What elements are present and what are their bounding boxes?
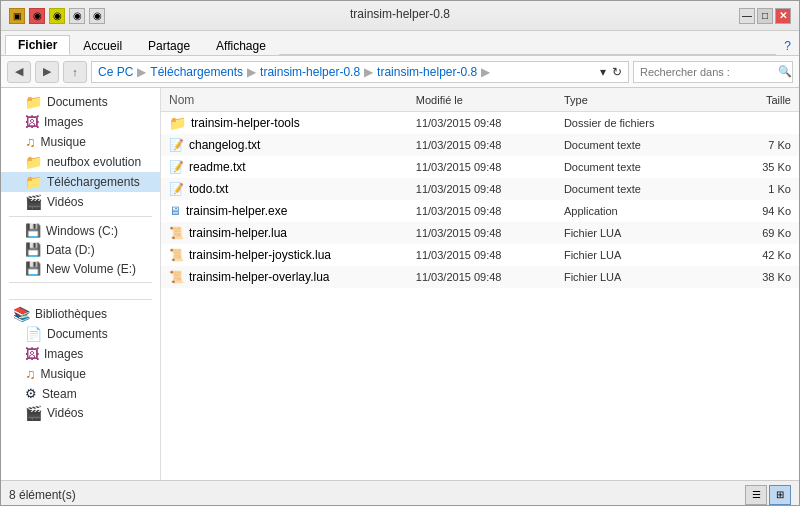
main-area: 📁 Documents 🖼 Images ♫ Musique 📁 neufbox…: [1, 88, 799, 480]
up-button[interactable]: ↑: [63, 61, 87, 83]
file-modified: 11/03/2015 09:48: [416, 205, 564, 217]
tab-fichier[interactable]: Fichier: [5, 35, 70, 55]
sidebar-divider-3: [9, 299, 152, 300]
minimize-button[interactable]: —: [739, 8, 755, 24]
file-icon: 🖥: [169, 204, 181, 218]
breadcrumb-folder2[interactable]: trainsim-helper-0.8: [377, 65, 477, 79]
breadcrumb-folder1[interactable]: trainsim-helper-0.8: [260, 65, 360, 79]
sidebar-item-label: Musique: [41, 367, 86, 381]
music-icon: ♫: [25, 134, 36, 150]
sidebar-item-lib-documents[interactable]: 📄 Documents: [1, 324, 160, 344]
table-row[interactable]: 📝 todo.txt 11/03/2015 09:48 Document tex…: [161, 178, 799, 200]
title-bar: ▣ ◉ ◉ ◉ ◉ trainsim-helper-0.8 — □ ✕: [1, 1, 799, 31]
sidebar-item-musique[interactable]: ♫ Musique: [1, 132, 160, 152]
file-icon: 📝: [169, 160, 184, 174]
table-row[interactable]: 📜 trainsim-helper-joystick.lua 11/03/201…: [161, 244, 799, 266]
sidebar-item-label: Images: [44, 347, 83, 361]
table-row[interactable]: 📁 trainsim-helper-tools 11/03/2015 09:48…: [161, 112, 799, 134]
col-header-size[interactable]: Taille: [712, 94, 791, 106]
quick-access-1[interactable]: ◉: [29, 8, 45, 24]
window-title: trainsim-helper-0.8: [350, 7, 450, 21]
sidebar-item-data-d[interactable]: 💾 Data (D:): [1, 240, 160, 259]
quick-access-3[interactable]: ◉: [69, 8, 85, 24]
sidebar-item-label: Vidéos: [47, 195, 83, 209]
col-header-modified[interactable]: Modifié le: [416, 94, 564, 106]
file-type: Document texte: [564, 183, 712, 195]
title-bar-left: ▣ ◉ ◉ ◉ ◉: [9, 8, 105, 24]
file-name: todo.txt: [189, 182, 228, 196]
ribbon-tabs: Fichier Accueil Partage Affichage ?: [1, 31, 799, 55]
col-header-type[interactable]: Type: [564, 94, 712, 106]
file-type: Document texte: [564, 139, 712, 151]
quick-access-4[interactable]: ◉: [89, 8, 105, 24]
steam-icon: ⚙: [25, 386, 37, 401]
search-box[interactable]: 🔍: [633, 61, 793, 83]
tab-affichage[interactable]: Affichage: [203, 36, 279, 55]
close-button[interactable]: ✕: [775, 8, 791, 24]
file-modified: 11/03/2015 09:48: [416, 161, 564, 173]
table-row[interactable]: 🖥 trainsim-helper.exe 11/03/2015 09:48 A…: [161, 200, 799, 222]
file-name: trainsim-helper-overlay.lua: [189, 270, 330, 284]
sidebar-item-label: Téléchargements: [47, 175, 140, 189]
file-list-header: Nom Modifié le Type Taille: [161, 88, 799, 112]
file-modified: 11/03/2015 09:48: [416, 117, 564, 129]
sidebar-item-neufbox[interactable]: 📁 neufbox evolution: [1, 152, 160, 172]
maximize-button[interactable]: □: [757, 8, 773, 24]
file-size: 35 Ko: [712, 161, 791, 173]
sidebar-item-steam[interactable]: ⚙ Steam: [1, 384, 160, 403]
sidebar: 📁 Documents 🖼 Images ♫ Musique 📁 neufbox…: [1, 88, 161, 480]
images-icon: 🖼: [25, 114, 39, 130]
sidebar-item-lib-videos[interactable]: 🎬 Vidéos: [1, 403, 160, 423]
view-buttons: ☰ ⊞: [745, 485, 791, 505]
quick-access-2[interactable]: ◉: [49, 8, 65, 24]
col-header-name[interactable]: Nom: [169, 93, 416, 107]
sidebar-item-windows-c[interactable]: 💾 Windows (C:): [1, 221, 160, 240]
file-icon: 📝: [169, 182, 184, 196]
file-size: 94 Ko: [712, 205, 791, 217]
view-tiles-button[interactable]: ⊞: [769, 485, 791, 505]
back-button[interactable]: ◀: [7, 61, 31, 83]
file-list: Nom Modifié le Type Taille 📁 trainsim-he…: [161, 88, 799, 480]
table-row[interactable]: 📜 trainsim-helper.lua 11/03/2015 09:48 F…: [161, 222, 799, 244]
table-row[interactable]: 📜 trainsim-helper-overlay.lua 11/03/2015…: [161, 266, 799, 288]
folder-icon: 📁: [25, 154, 42, 170]
file-name: trainsim-helper-tools: [191, 116, 300, 130]
sidebar-divider-1: [9, 216, 152, 217]
file-name: readme.txt: [189, 160, 246, 174]
file-icon: 📜: [169, 248, 184, 262]
sidebar-item-label: Windows (C:): [46, 224, 118, 238]
sidebar-item-documents[interactable]: 📁 Documents: [1, 92, 160, 112]
sidebar-item-label: Documents: [47, 95, 108, 109]
sidebar-item-lib-musique[interactable]: ♫ Musique: [1, 364, 160, 384]
status-text: 8 élément(s): [9, 488, 76, 502]
view-details-button[interactable]: ☰: [745, 485, 767, 505]
sidebar-item-new-volume-e[interactable]: 💾 New Volume (E:): [1, 259, 160, 278]
search-icon[interactable]: 🔍: [778, 65, 792, 78]
sidebar-item-images[interactable]: 🖼 Images: [1, 112, 160, 132]
music-icon: ♫: [25, 366, 36, 382]
address-bar: ◀ ▶ ↑ Ce PC ▶ Téléchargements ▶ trainsim…: [1, 56, 799, 88]
sidebar-item-videos[interactable]: 🎬 Vidéos: [1, 192, 160, 212]
sidebar-item-label: New Volume (E:): [46, 262, 136, 276]
sidebar-item-lib-images[interactable]: 🖼 Images: [1, 344, 160, 364]
table-row[interactable]: 📝 readme.txt 11/03/2015 09:48 Document t…: [161, 156, 799, 178]
breadcrumb-dropdown[interactable]: ▾: [600, 65, 606, 79]
tab-accueil[interactable]: Accueil: [70, 36, 135, 55]
file-name: trainsim-helper.lua: [189, 226, 287, 240]
tab-partage[interactable]: Partage: [135, 36, 203, 55]
search-input[interactable]: [640, 66, 778, 78]
breadcrumb-telecharger[interactable]: Téléchargements: [150, 65, 243, 79]
file-size: 7 Ko: [712, 139, 791, 151]
sidebar-item-bibliotheques[interactable]: 📚 Bibliothèques: [1, 304, 160, 324]
help-button[interactable]: ?: [776, 37, 799, 55]
ribbon: Fichier Accueil Partage Affichage ?: [1, 31, 799, 56]
file-rows: 📁 trainsim-helper-tools 11/03/2015 09:48…: [161, 112, 799, 288]
refresh-button[interactable]: ↻: [612, 65, 622, 79]
bc-sep-3: ▶: [364, 65, 373, 79]
sidebar-item-telechargements[interactable]: 📁 Téléchargements: [1, 172, 160, 192]
table-row[interactable]: 📝 changelog.txt 11/03/2015 09:48 Documen…: [161, 134, 799, 156]
forward-button[interactable]: ▶: [35, 61, 59, 83]
sidebar-item-label: Bibliothèques: [35, 307, 107, 321]
folder-icon: 📁: [25, 174, 42, 190]
breadcrumb-cepc[interactable]: Ce PC: [98, 65, 133, 79]
